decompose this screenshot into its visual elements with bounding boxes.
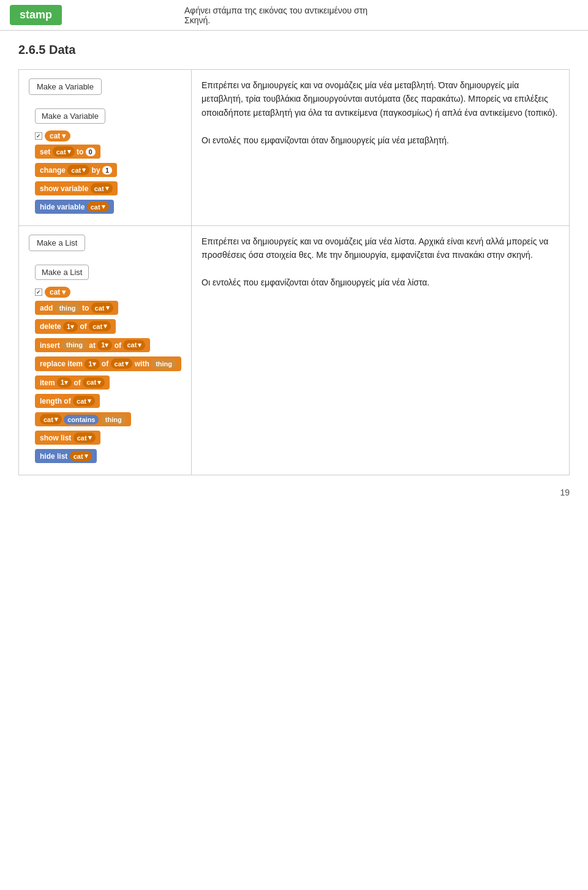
list-description: Επιτρέπει να δημιουργείς και να ονομάζει…	[202, 235, 559, 262]
hide-list-block[interactable]: hide list cat▾	[35, 449, 97, 463]
insert-cat-drop[interactable]: cat▾	[123, 340, 145, 350]
add-block-row: add thing to cat▾	[35, 300, 181, 316]
show-list-row: show list cat▾	[35, 429, 181, 446]
length-cat-drop[interactable]: cat▾	[73, 396, 95, 406]
show-var-cat-drop[interactable]: cat▾	[91, 183, 113, 194]
hide-variable-block[interactable]: hide variable cat▾	[35, 200, 114, 214]
list-section-label: Make a List	[35, 265, 89, 280]
set-block[interactable]: set cat▾ to 0	[35, 145, 100, 159]
show-list-cat-drop[interactable]: cat▾	[74, 432, 96, 443]
main-table: Make a Variable Make a Variable ✓ cat ▾	[18, 69, 570, 475]
variable-section-label: Make a Variable	[35, 108, 105, 124]
delete-cat-drop[interactable]: cat▾	[89, 321, 111, 331]
stamp-logo: stamp	[10, 5, 62, 25]
item-block[interactable]: item 1▾ of cat▾	[35, 375, 110, 390]
item-num-drop[interactable]: 1▾	[57, 377, 72, 388]
left-cell-list: Make a List Make a List ✓ cat▾	[19, 226, 192, 475]
list-subtext: Οι εντολές που εμφανίζονται όταν δημιουρ…	[202, 276, 559, 289]
add-block[interactable]: add thing to cat▾	[35, 301, 118, 315]
show-variable-block[interactable]: show variable cat▾	[35, 181, 118, 195]
header: stamp Αφήνει στάμπα της εικόνας του αντι…	[0, 0, 588, 31]
page-content: 2.6.5 Data Make a Variable Make a Variab…	[0, 31, 588, 510]
insert-num-drop[interactable]: 1▾	[97, 340, 112, 350]
table-row-variable: Make a Variable Make a Variable ✓ cat ▾	[19, 70, 570, 226]
header-description: Αφήνει στάμπα της εικόνας του αντικειμέν…	[184, 6, 368, 25]
thing-bubble-replace: thing	[151, 359, 176, 369]
show-variable-row: show variable cat▾	[35, 180, 181, 197]
change-block[interactable]: change cat▾ by 1	[35, 163, 117, 177]
set-cat-drop[interactable]: cat▾	[53, 146, 75, 157]
change-cat-drop[interactable]: cat▾	[67, 165, 89, 175]
variable-subtext: Οι εντολές που εμφανίζονται όταν δημιουρ…	[202, 134, 559, 147]
thing-bubble-insert: thing	[62, 340, 87, 350]
list-cat-checkbox[interactable]: ✓	[35, 288, 42, 296]
delete-num-drop[interactable]: 1▾	[63, 322, 78, 332]
show-list-block[interactable]: show list cat▾	[35, 431, 100, 445]
list-section-block: Make a List	[35, 265, 181, 285]
hide-var-cat-drop[interactable]: cat▾	[87, 202, 109, 212]
header-desc-line1: Αφήνει στάμπα της εικόνας του αντικειμέν…	[184, 6, 368, 15]
page-number: 19	[18, 488, 570, 497]
hide-list-row: hide list cat▾	[35, 448, 181, 464]
add-cat-drop[interactable]: cat▾	[91, 303, 113, 313]
left-cell-variable: Make a Variable Make a Variable ✓ cat ▾	[19, 70, 192, 226]
thing-bubble-contains: thing	[101, 415, 126, 424]
replace-num-drop[interactable]: 1▾	[85, 359, 99, 369]
replace-block[interactable]: replace item 1▾ of cat▾ with thing	[35, 356, 181, 371]
length-block[interactable]: length of cat▾	[35, 394, 100, 408]
contains-block[interactable]: cat▾ contains thing	[35, 412, 131, 426]
thing-bubble-add: thing	[55, 303, 80, 313]
replace-block-row: replace item 1▾ of cat▾ with thing	[35, 355, 181, 372]
delete-block[interactable]: delete 1▾ of cat▾	[35, 319, 116, 334]
list-cat-pill: cat▾	[45, 287, 70, 298]
set-block-row: set cat▾ to 0	[35, 143, 181, 160]
right-cell-variable: Επιτρέπει να δημιουργείς και να ονομάζει…	[192, 70, 570, 226]
right-cell-list: Επιτρέπει να δημιουργείς και να ονομάζει…	[192, 226, 570, 475]
contains-label: contains	[64, 415, 99, 424]
change-block-row: change cat▾ by 1	[35, 162, 181, 178]
one-bubble: 1	[102, 166, 112, 175]
table-row-list: Make a List Make a List ✓ cat▾	[19, 226, 570, 475]
item-block-row: item 1▾ of cat▾	[35, 374, 181, 391]
cat-variable-pill: cat ▾	[45, 130, 70, 141]
replace-cat-drop[interactable]: cat▾	[111, 358, 133, 369]
variable-description: Επιτρέπει να δημιουργείς και να ονομάζει…	[202, 78, 559, 119]
cat-var-label: cat	[50, 132, 60, 140]
hide-list-cat-drop[interactable]: cat▾	[70, 451, 92, 461]
make-list-button[interactable]: Make a List	[29, 235, 85, 251]
length-block-row: length of cat▾	[35, 393, 181, 409]
list-cat-checkbox-row: ✓ cat▾	[35, 287, 181, 298]
make-variable-button[interactable]: Make a Variable	[29, 78, 102, 95]
section-title: 2.6.5 Data	[18, 43, 570, 57]
item-cat-drop[interactable]: cat▾	[83, 377, 105, 388]
hide-variable-row: hide variable cat▾	[35, 198, 181, 215]
zero-bubble: 0	[86, 148, 96, 156]
header-desc-line2: Σκηνή.	[184, 15, 210, 25]
cat-checkbox-row: ✓ cat ▾	[35, 130, 181, 141]
insert-block[interactable]: insert thing at 1▾ of cat▾	[35, 338, 150, 353]
contains-cat-drop[interactable]: cat▾	[40, 414, 62, 424]
variable-section-block: Make a Variable	[35, 108, 181, 129]
delete-block-row: delete 1▾ of cat▾	[35, 318, 181, 335]
cat-checkbox[interactable]: ✓	[35, 132, 42, 140]
contains-block-row: cat▾ contains thing	[35, 411, 181, 428]
cat-dropdown-arrow: ▾	[62, 132, 66, 140]
insert-block-row: insert thing at 1▾ of cat▾	[35, 337, 181, 354]
